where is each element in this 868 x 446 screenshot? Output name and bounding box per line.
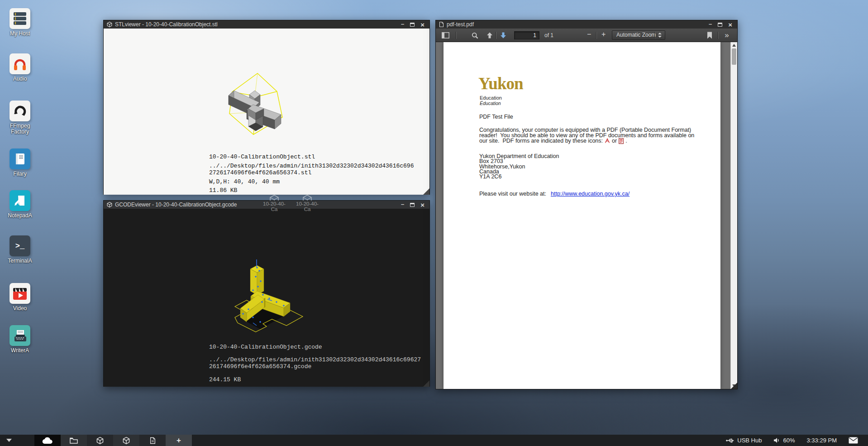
stl-path-line1: ../../Desktop/files/admin/inith31302d323… [209, 163, 414, 169]
taskbar-stl-viewer-button[interactable] [87, 435, 113, 446]
taskbar-gcode-viewer-button[interactable] [113, 435, 139, 446]
resize-grip[interactable] [731, 383, 737, 389]
desktop-icon-label: Filary [5, 171, 35, 177]
cube-icon [107, 22, 112, 27]
logo-subtitle-en: Education [480, 95, 502, 101]
dropdown-arrow-icon [6, 439, 12, 442]
desktop-icon-label: NotepadA [5, 213, 35, 219]
pdf-file-icon [150, 437, 156, 444]
close-button[interactable]: × [728, 22, 732, 28]
toolbar-separator [596, 32, 596, 39]
stl-3d-viewport[interactable]: 10-20-40-CalibrationObject.stl ../../Des… [104, 29, 429, 195]
sidebar-toggle-button[interactable] [439, 29, 451, 42]
video-clapper-icon [10, 283, 30, 304]
pdf-content-area: Yukon Education Éducation PDF Test File … [436, 42, 737, 389]
cloud-icon [42, 437, 53, 444]
desktop-icon-notepada[interactable]: NotepadA [5, 190, 35, 219]
pdf-form-icon [619, 138, 624, 144]
stl-path-line2: 2726174696f6e4f626a656374.stl [209, 169, 311, 176]
zoom-in-button[interactable]: + [601, 30, 606, 38]
pdf-window-titlebar[interactable]: pdf-test.pdf – × [436, 20, 737, 29]
address-block: Yukon Department of Education Box 2703 W… [479, 154, 559, 179]
speaker-icon [773, 437, 780, 443]
taskbar-menu-button[interactable] [0, 439, 18, 442]
paragraph-line3-or: or [612, 138, 617, 144]
pdf-file-icon [439, 22, 444, 27]
vertical-scrollbar[interactable] [730, 42, 737, 389]
resize-grip[interactable] [423, 380, 429, 387]
taskbar-new-window-button[interactable]: + [166, 435, 192, 446]
window-title: GCODEviewer - 10-20-40-CalibrationObject… [115, 201, 237, 208]
gcode-path-line2: 26174696f6e4f626a656374.gcode [209, 363, 311, 370]
desktop-icon-video[interactable]: Video [5, 283, 35, 312]
mail-icon[interactable] [849, 437, 858, 444]
typewriter-icon [10, 325, 30, 346]
folder-icon [70, 437, 78, 444]
volume-status[interactable]: 60% [773, 437, 795, 444]
usb-icon [726, 438, 734, 443]
zoom-select[interactable]: Automatic Zoom [612, 30, 665, 40]
desktop-icon-my-host[interactable]: My Host [5, 8, 35, 37]
logo-subtitle-fr: Éducation [480, 101, 501, 106]
website-line: Please visit our website at: http://www.… [479, 191, 630, 197]
bookmark-button[interactable] [705, 29, 715, 42]
website-link[interactable]: http://www.education.gov.yk.ca/ [551, 191, 630, 197]
taskbar: + USB Hub 60% 3:33:29 PM [0, 435, 868, 446]
search-button[interactable] [469, 29, 480, 42]
stl-dimensions: W,D,H: 40, 40, 40 mm [209, 178, 280, 185]
minimize-button[interactable]: – [401, 201, 404, 207]
desktop-icon-audio[interactable]: Audio [5, 53, 35, 82]
pdf-toolbar: of 1 − + Automatic Zoom » [436, 29, 737, 42]
scrollbar-thumb[interactable] [732, 48, 736, 65]
paragraph-line3: our site. PDF forms are indicated by the… [479, 138, 627, 144]
desktop-icon-label: Audio [5, 76, 35, 82]
toolbar-separator [496, 32, 496, 39]
taskbar-cloud-button[interactable] [34, 435, 61, 446]
next-page-button[interactable] [498, 29, 508, 42]
desktop-icon-label: FFmpeg Factory [5, 123, 35, 135]
maximize-button[interactable] [718, 23, 722, 27]
address-line: Y1A 2C6 [479, 174, 559, 179]
taskbar-file-manager-button[interactable] [61, 435, 87, 446]
cube-icon [107, 202, 112, 207]
usb-status[interactable]: USB Hub [726, 437, 762, 444]
minimize-button[interactable]: – [709, 21, 712, 27]
acrobat-icon [605, 138, 610, 144]
desktop-icon-filary[interactable]: Filary [5, 149, 35, 177]
minimize-button[interactable]: – [401, 21, 404, 27]
pdf-page: Yukon Education Éducation PDF Test File … [444, 42, 720, 389]
desktop-icon-terminala[interactable]: >_ TerminalA [5, 235, 35, 264]
recycle-arrows-icon [10, 101, 30, 121]
scroll-up-arrow[interactable] [732, 44, 736, 47]
terminal-icon: >_ [10, 235, 30, 256]
arrow-up-icon [486, 32, 493, 38]
desktop-icon-ffmpeg-factory[interactable]: FFmpeg Factory [5, 101, 35, 135]
stl-window-titlebar[interactable]: STLviewer - 10-20-40-CalibrationObject.s… [104, 20, 429, 29]
close-button[interactable]: × [420, 22, 424, 28]
previous-page-button[interactable] [485, 29, 495, 42]
maximize-button[interactable] [410, 203, 415, 207]
gcode-3d-viewport[interactable]: 10-20-40-CalibrationObject.gcode ../../D… [104, 209, 429, 387]
pdf-viewer-window: pdf-test.pdf – × [435, 20, 738, 389]
notepad-pencil-icon [10, 190, 30, 211]
desktop-icon-writera[interactable]: WriterA [5, 325, 35, 354]
close-button[interactable]: × [420, 202, 424, 208]
dropdown-arrows-icon [658, 33, 662, 38]
maximize-button[interactable] [410, 23, 415, 27]
desktop-icon-label: Video [5, 306, 35, 312]
toolbar-more-button[interactable]: » [722, 29, 732, 42]
page-count-label: of 1 [544, 32, 553, 38]
gcode-window-titlebar[interactable]: GCODEviewer - 10-20-40-CalibrationObject… [104, 201, 429, 209]
taskbar-pdf-viewer-button[interactable] [139, 435, 166, 446]
desktop-icon-label: My Host [5, 31, 35, 37]
page-number-input[interactable] [514, 31, 539, 39]
search-icon [472, 32, 478, 39]
cube-icon [96, 437, 104, 444]
zoom-out-button[interactable]: − [587, 30, 591, 38]
resize-grip[interactable] [423, 188, 429, 195]
desktop-icon-label: WriterA [5, 348, 35, 354]
desktop-icon-label: TerminalA [5, 258, 35, 264]
stl-viewer-window: STLviewer - 10-20-40-CalibrationObject.s… [103, 20, 430, 195]
gcode-viewer-window: GCODEviewer - 10-20-40-CalibrationObject… [103, 200, 430, 387]
toolbar-separator [718, 32, 718, 39]
